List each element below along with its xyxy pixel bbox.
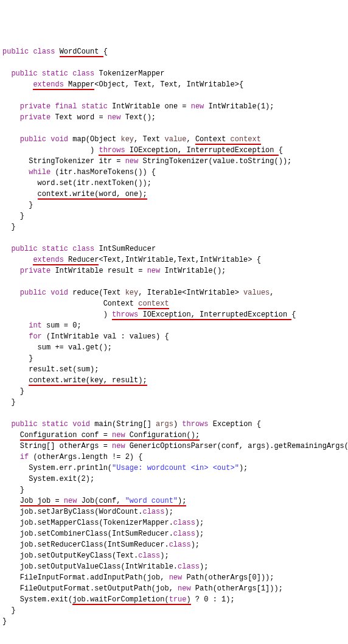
code-line: public static void main(String[] args) t…: [2, 419, 346, 430]
code-token: [2, 376, 29, 385]
code-token: System.err.println(: [2, 464, 112, 472]
code-token: <Object, Text, Text, IntWritable>{: [94, 80, 243, 89]
code-line: String[] otherArgs = new GenericOptionsP…: [2, 441, 346, 452]
code-token: [2, 256, 33, 264]
code-token: Reducer: [68, 256, 99, 265]
code-token: new: [125, 157, 143, 166]
code-line: [2, 233, 346, 243]
code-line: sum += val.get();: [2, 342, 346, 353]
code-line: job.setReducerClass(IntSumReducer.class)…: [2, 539, 346, 550]
code-token: main(String[]: [94, 420, 156, 429]
code-line: StringTokenizer itr = new StringTokenize…: [2, 156, 346, 167]
code-token: );: [164, 508, 173, 516]
code-line: [2, 276, 346, 287]
code-token: job.waitForCompletion(: [72, 595, 169, 605]
code-token: {: [103, 47, 108, 56]
code-line: private Text word = new Text();: [2, 112, 346, 123]
code-token: IntWritable(1);: [209, 102, 274, 111]
code-token: class: [178, 562, 200, 571]
code-line: if (otherArgs.length != 2) {: [2, 452, 346, 463]
code-line: }: [2, 200, 346, 211]
code-token: context.write(key, result);: [29, 376, 147, 386]
code-token: job.setOutputValueClass(IntWritable.: [2, 562, 178, 571]
code-token: private: [20, 267, 55, 275]
code-line: public class WordCount {: [2, 46, 346, 57]
code-token: job.setOutputKeyClass(Text.: [2, 551, 138, 560]
code-token: ? 0 : 1);: [191, 595, 235, 604]
code-token: public: [11, 245, 41, 253]
code-token: (Object: [86, 135, 121, 144]
code-token: [2, 289, 20, 297]
code-token: "Usage: wordcount <in> <out>": [112, 464, 239, 472]
code-token: (IntWritable val : values) {: [46, 332, 169, 341]
code-line: }: [2, 386, 346, 397]
code-line: }: [2, 616, 346, 627]
code-token: static: [42, 69, 72, 78]
code-line: public void reduce(Text key, Iterable<In…: [2, 287, 346, 298]
code-token: job.setJarByClass(WordCount.: [2, 508, 142, 516]
code-token: throws: [182, 420, 212, 429]
code-token: class: [173, 519, 195, 527]
code-token: , Iterable<IntWritable>: [138, 289, 243, 297]
code-token: (itr.hasMoreTokens()) {: [55, 168, 156, 177]
code-token: key: [120, 135, 134, 144]
code-line: public static class TokenizerMapper: [2, 68, 346, 79]
code-token: class: [72, 245, 99, 253]
code-token: public: [20, 289, 50, 297]
code-token: [2, 113, 20, 122]
code-line: System.err.println("Usage: wordcount <in…: [2, 463, 346, 474]
code-line: Configuration conf = new Configuration()…: [2, 430, 346, 441]
code-token: String[] otherArgs =: [2, 442, 112, 450]
code-token: context: [231, 135, 261, 145]
code-token: );: [239, 464, 248, 472]
code-token: public: [11, 420, 41, 429]
code-line: context.write(word, one);: [2, 189, 346, 200]
code-token: [2, 267, 20, 275]
code-token: IntSumReducer: [99, 245, 156, 253]
code-line: System.exit(job.waitForCompletion(true) …: [2, 594, 346, 605]
code-token: [2, 431, 20, 439]
code-token: }: [2, 354, 33, 363]
code-token: key: [125, 289, 139, 297]
code-line: ) throws IOException, InterruptedExcepti…: [2, 145, 346, 156]
code-line: System.exit(2);: [2, 474, 346, 485]
code-token: [2, 135, 20, 144]
code-token: Context: [195, 135, 231, 145]
code-token: for: [29, 332, 46, 341]
code-token: <Text,IntWritable,Text,IntWritable> {: [99, 256, 260, 264]
code-token: FileInputFormat.addInputPath(job,: [2, 573, 169, 582]
code-token: }: [2, 201, 33, 209]
code-token: if: [20, 453, 33, 461]
code-token: sum = 0;: [46, 321, 82, 330]
code-token: class: [173, 530, 195, 538]
code-line: [2, 90, 346, 101]
code-token: IOException, InterruptedException: [142, 310, 291, 320]
code-line: while (itr.hasMoreTokens()) {: [2, 167, 346, 178]
code-token: new: [112, 431, 130, 441]
code-token: ): [2, 310, 112, 319]
code-line: }: [2, 211, 346, 222]
code-line: word.set(itr.nextToken());: [2, 178, 346, 189]
code-token: );: [191, 541, 200, 549]
code-token: [2, 102, 20, 111]
code-token: static: [42, 245, 72, 253]
code-line: context.write(key, result);: [2, 375, 346, 386]
code-token: job.setMapperClass(TokenizerMapper.: [2, 519, 173, 527]
code-token: );: [195, 519, 204, 527]
code-line: public void map(Object key, Text value, …: [2, 134, 346, 145]
code-token: IntWritable();: [164, 267, 226, 275]
code-token: true: [169, 595, 187, 605]
code-token: Context: [2, 299, 138, 308]
code-token: [2, 497, 20, 505]
code-token: Text word =: [55, 113, 107, 122]
code-token: ): [186, 595, 190, 605]
code-line: private IntWritable result = new IntWrit…: [2, 265, 346, 276]
code-token: IntWritable result =: [55, 267, 147, 275]
code-token: }: [2, 606, 16, 615]
code-line: int sum = 0;: [2, 320, 346, 331]
code-token: IntWritable one =: [112, 102, 191, 111]
code-token: [2, 69, 11, 78]
code-token: new: [191, 102, 209, 111]
code-token: (otherArgs.length != 2) {: [33, 453, 142, 461]
code-token: Exception {: [213, 420, 261, 429]
